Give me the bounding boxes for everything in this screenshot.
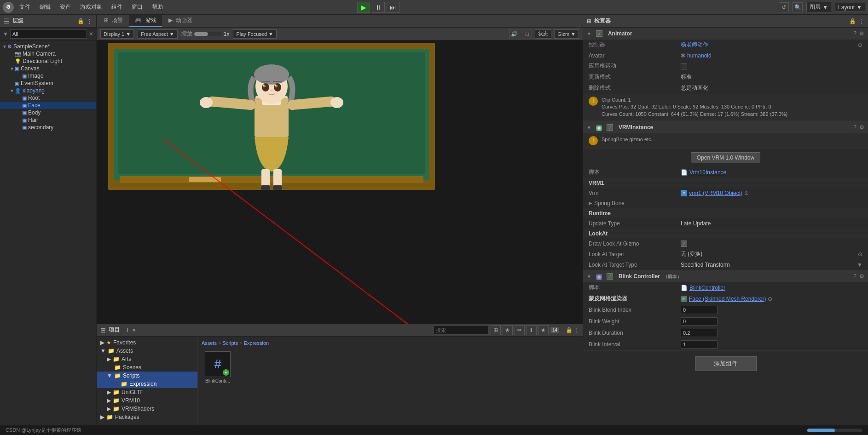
tree-item-eventsystem[interactable]: ▣ EventSystem	[0, 80, 96, 87]
tree-item-hair[interactable]: ▣ Hair	[0, 116, 96, 124]
project-lock-icon[interactable]: 🔒	[566, 327, 573, 333]
blink-script-value[interactable]: BlinkController	[689, 285, 725, 291]
status-btn[interactable]: 状态	[535, 29, 551, 39]
display-dropdown[interactable]: Display 1 ▼	[100, 29, 134, 39]
project-star-icon[interactable]: ★	[538, 325, 549, 335]
script-value[interactable]: Vrm10Instance	[689, 169, 726, 176]
inspector-more-icon[interactable]: ⋮	[859, 18, 864, 24]
project-info-icon[interactable]: ℹ	[527, 325, 537, 335]
tree-item-image[interactable]: ▣ Image	[0, 72, 96, 80]
breadcrumb-assets[interactable]: Assets	[202, 340, 217, 346]
tree-item-canvas[interactable]: ▼ ▣ Canvas	[0, 65, 96, 72]
add-component-button[interactable]: 添加组件	[695, 356, 757, 371]
vrm-obj-value[interactable]: vrm1 (VRM10 Object)	[689, 190, 742, 196]
file-vrmshaders[interactable]: ▶ 📁 VRMShaders	[97, 405, 197, 413]
file-vrm10[interactable]: ▶ 📁 VRM10	[97, 396, 197, 405]
lookat-type-chevron[interactable]: ▼	[857, 262, 862, 268]
layers-dropdown[interactable]: 图层 ▼	[806, 2, 831, 12]
blink-weight-input[interactable]: 0	[681, 317, 718, 326]
hierarchy-lock-icon[interactable]: 🔒	[77, 18, 84, 24]
gizmos-btn[interactable]: Gizm ▼	[554, 29, 579, 39]
search-global-icon[interactable]: 🔍	[793, 2, 803, 12]
menu-assets[interactable]: 资产	[56, 1, 75, 13]
blink-settings-icon[interactable]: ⚙	[859, 273, 864, 280]
samplescene-label: SampleScene*	[13, 43, 50, 50]
menu-edit[interactable]: 编辑	[36, 1, 54, 13]
blink-enable-checkbox[interactable]: ✓	[607, 273, 613, 280]
vrm-settings-icon[interactable]: ⚙	[859, 124, 864, 131]
tree-item-xiaoyang[interactable]: ▼ 👤 xiaoyang	[0, 87, 96, 94]
asset-blinkcontroller[interactable]: # + BlinkContr...	[202, 349, 234, 385]
file-favorites[interactable]: ▶ ★ Favorites	[97, 338, 197, 347]
animator-help-icon[interactable]: ?	[853, 30, 856, 37]
add-button[interactable]: +	[125, 326, 129, 334]
file-scripts[interactable]: ▼ 📁 Scripts	[97, 372, 197, 380]
file-arts[interactable]: ▶ 📁 Arts	[97, 355, 197, 363]
animator-settings-icon[interactable]: ⚙	[859, 30, 864, 37]
project-more-icon[interactable]: ⋮	[573, 327, 579, 333]
play-button[interactable]: ▶	[357, 2, 370, 13]
avatar-value[interactable]: humanoid	[687, 52, 862, 59]
animator-enable-checkbox[interactable]: ✓	[596, 30, 602, 37]
spring-bone-row[interactable]: ▶ Spring Bone	[583, 198, 868, 208]
vrm-instance-header[interactable]: ▼ ▣ ✓ VRMInstance ? ⚙	[583, 121, 868, 133]
layout-dropdown[interactable]: Layout ▼	[835, 3, 865, 12]
mesh-renderer-target-icon[interactable]: ⊙	[768, 296, 772, 302]
play-focused-btn[interactable]: Play Focused ▼	[233, 29, 277, 39]
hierarchy-more-icon[interactable]: ⋮	[87, 18, 93, 24]
vrm-help-icon[interactable]: ?	[853, 124, 856, 131]
history-icon[interactable]: ↺	[779, 2, 789, 12]
breadcrumb-scripts[interactable]: Scripts	[223, 340, 238, 346]
animator-header[interactable]: ▼ ✓ Animator ? ⚙	[583, 28, 868, 40]
controller-target-icon[interactable]: ⊙	[858, 42, 862, 48]
hierarchy-search-input[interactable]	[10, 29, 87, 39]
tree-item-root[interactable]: ▣ Root	[0, 94, 96, 102]
zoom-slider[interactable]	[194, 32, 222, 36]
breadcrumb-expression[interactable]: Expression	[244, 340, 269, 346]
aspect-dropdown[interactable]: Free Aspect ▼	[138, 29, 178, 39]
mesh-renderer-value[interactable]: Face (Skinned Mesh Renderer)	[689, 296, 766, 302]
tree-item-body[interactable]: ▣ Body	[0, 109, 96, 116]
blink-controller-section: ▼ ▣ ✓ Blink Controller （脚本） ? ⚙ 脚本 📄 Bli…	[583, 270, 868, 351]
tab-game[interactable]: 🎮 游戏	[129, 15, 162, 27]
blink-controller-header[interactable]: ▼ ▣ ✓ Blink Controller （脚本） ? ⚙	[583, 270, 868, 282]
menu-window[interactable]: 窗口	[128, 1, 146, 13]
menu-component[interactable]: 组件	[108, 1, 126, 13]
project-grid-icon[interactable]: ⊞	[491, 325, 501, 335]
tree-item-secondary[interactable]: ▣ secondary	[0, 124, 96, 131]
step-button[interactable]: ⏭	[387, 2, 399, 13]
tree-item-samplescene[interactable]: ▼ ⚙ SampleScene*	[0, 43, 96, 50]
tree-item-face[interactable]: ▣ Face	[0, 102, 96, 109]
tree-item-maincamera[interactable]: 📷 Main Camera	[0, 50, 96, 57]
vrm-target-icon[interactable]: ⊙	[744, 190, 749, 196]
blink-help-icon[interactable]: ?	[853, 273, 856, 280]
file-assets[interactable]: ▼ 📁 Assets	[97, 347, 197, 355]
blink-blend-index-input[interactable]: 0	[681, 306, 718, 314]
apply-root-checkbox[interactable]	[681, 63, 687, 69]
menu-gameobject[interactable]: 游戏对象	[76, 1, 106, 13]
tab-scene[interactable]: ⊞ 场景	[98, 15, 128, 27]
display-stats-icon[interactable]: □	[522, 29, 532, 39]
project-fav-icon[interactable]: ★	[503, 325, 513, 335]
controller-value[interactable]: 杨老师动作	[681, 41, 856, 49]
file-expression[interactable]: 📁 Expression	[97, 380, 197, 388]
inspector-lock-icon[interactable]: 🔒	[849, 18, 856, 24]
file-scenes[interactable]: 📁 Scenes	[97, 363, 197, 372]
mute-icon[interactable]: 🔊	[509, 29, 519, 39]
pause-button[interactable]: ⏸	[372, 2, 385, 13]
menu-help[interactable]: 帮助	[148, 1, 167, 13]
project-edit-icon[interactable]: ✏	[515, 325, 525, 335]
blink-interval-input[interactable]: 1	[681, 340, 718, 349]
file-packages[interactable]: ▶ 📁 Packages	[97, 413, 197, 421]
menu-file[interactable]: 文件	[16, 1, 34, 13]
draw-lookat-checkbox[interactable]: ✓	[681, 240, 687, 247]
tab-animation[interactable]: ▶ 动画器	[163, 15, 198, 27]
hierarchy-search-clear[interactable]: ✕	[89, 31, 93, 37]
project-search-input[interactable]	[434, 326, 489, 335]
blink-duration-input[interactable]: 0.2	[681, 329, 718, 337]
open-vrm-button[interactable]: Open VRM 1.0 Window	[691, 152, 760, 163]
file-unigltf[interactable]: ▶ 📁 UniGLTF	[97, 388, 197, 396]
vrm-enable-checkbox[interactable]: ✓	[607, 124, 613, 131]
tree-item-dirlight[interactable]: 💡 Directional Light	[0, 57, 96, 65]
lookat-target-icon[interactable]: ⊙	[858, 251, 862, 258]
